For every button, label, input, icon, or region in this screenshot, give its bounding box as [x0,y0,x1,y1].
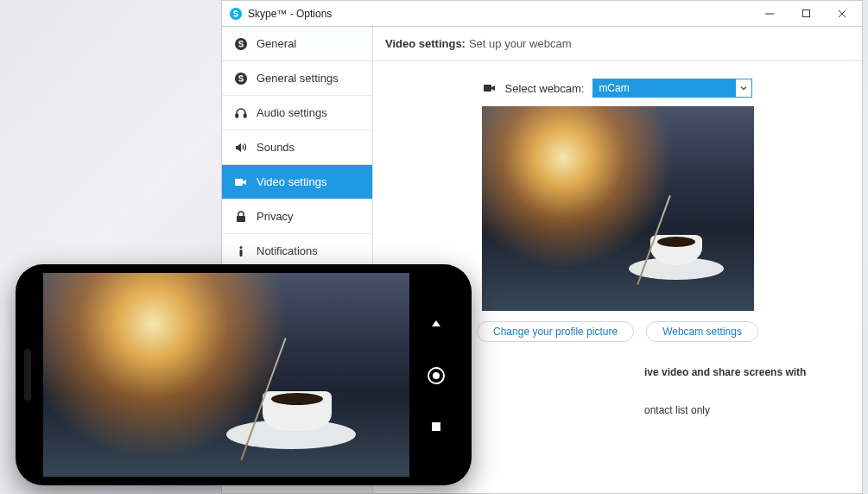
svg-rect-12 [240,250,243,256]
sidebar-item-audio-settings[interactable]: Audio settings [222,96,372,130]
sidebar-item-general-settings[interactable]: General settings [222,61,372,96]
sidebar-section-label: General [257,37,296,50]
sidebar-section-general[interactable]: General [222,27,372,61]
select-webcam-label: Select webcam: [505,82,585,95]
svg-rect-10 [237,216,245,222]
maximize-button[interactable] [788,2,824,26]
sidebar-item-label: Sounds [257,141,295,154]
sidebar-item-label: Video settings [257,175,326,188]
panel-header: Video settings: Set up your webcam [373,27,862,61]
panel-header-title: Video settings: [385,37,466,50]
camera-icon [234,175,248,189]
speaker-icon [234,141,248,155]
svg-rect-2 [802,10,809,17]
skype-icon [234,37,248,51]
phone-device [16,264,472,485]
phone-camera-preview [43,273,409,477]
svg-rect-16 [432,422,440,431]
info-icon [234,244,248,258]
phone-screen [43,273,463,477]
skype-icon [229,7,243,21]
phone-controls [409,273,463,477]
camera-icon [483,81,497,95]
sidebar-item-sounds[interactable]: Sounds [222,130,372,165]
minimize-button[interactable] [751,2,788,26]
change-profile-picture-button[interactable]: Change your profile picture [477,321,634,342]
titlebar[interactable]: Skype™ - Options [222,1,862,27]
svg-rect-8 [244,114,247,117]
sidebar-item-notifications[interactable]: Notifications [222,234,372,269]
svg-point-11 [240,246,243,249]
skype-icon [234,72,248,86]
close-button[interactable] [824,2,860,26]
phone-up-button[interactable] [429,317,443,331]
sidebar-item-label: General settings [257,72,339,85]
lock-icon [234,210,248,224]
webcam-settings-button[interactable]: Webcam settings [646,321,758,342]
sidebar-item-label: Audio settings [257,106,327,119]
webcam-select[interactable]: mCam [592,79,752,98]
svg-rect-13 [484,85,491,92]
headphones-icon [234,106,248,120]
window-title: Skype™ - Options [248,8,332,20]
webcam-select-value: mCam [593,79,736,97]
panel-header-subtitle: Set up your webcam [469,37,572,50]
webcam-preview [482,106,754,311]
sidebar-item-video-settings[interactable]: Video settings [222,165,372,200]
sidebar-item-label: Notifications [257,244,318,257]
chevron-down-icon [736,79,751,97]
sidebar-item-label: Privacy [257,210,294,223]
svg-rect-9 [235,179,243,186]
phone-stop-button[interactable] [430,421,442,433]
svg-point-15 [433,372,440,379]
svg-rect-7 [236,114,238,117]
sidebar-item-privacy[interactable]: Privacy [222,200,372,234]
phone-shutter-button[interactable] [427,366,446,385]
